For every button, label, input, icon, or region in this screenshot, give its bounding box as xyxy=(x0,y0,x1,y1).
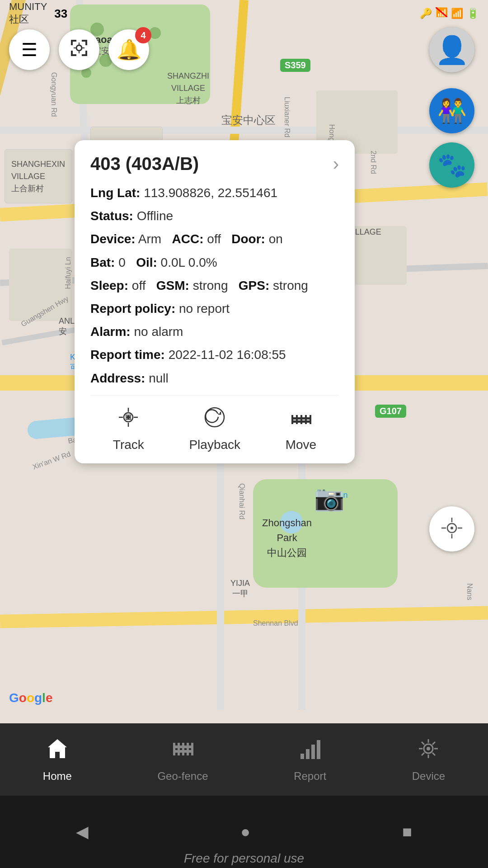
pet-button[interactable]: 🐾 xyxy=(429,142,474,188)
svg-rect-45 xyxy=(306,749,310,759)
device-label: Device: xyxy=(90,232,136,246)
my-location-button[interactable] xyxy=(429,506,474,552)
status-value: Offline xyxy=(137,209,173,223)
bat-value: 0 xyxy=(118,255,126,269)
profile-button[interactable]: 👤 xyxy=(429,27,474,72)
card-bat-row: Bat: 0 Oil: 0.0L 0.0% xyxy=(90,254,339,271)
device-value: Arm xyxy=(138,232,161,246)
alarm-value: no alarm xyxy=(134,325,183,339)
card-alarm-row: Alarm: no alarm xyxy=(90,323,339,340)
report-label: Report xyxy=(294,770,326,783)
report-icon xyxy=(298,736,322,766)
status-bar: MUNITY社区 33 🔑 📶 📶 🔋 xyxy=(0,0,488,27)
svg-rect-9 xyxy=(85,51,87,56)
pet-icon: 🐾 xyxy=(437,151,467,179)
svg-rect-43 xyxy=(173,750,193,753)
gsm-value: strong xyxy=(193,278,228,292)
svg-marker-36 xyxy=(48,739,67,758)
card-arrow[interactable]: › xyxy=(333,154,339,174)
nav-item-geofence[interactable]: Geo-fence xyxy=(157,736,208,783)
card-sleep-row: Sleep: off GSM: strong GPS: strong xyxy=(90,277,339,294)
sleep-value: off xyxy=(132,278,146,292)
fit-bounds-button[interactable] xyxy=(59,29,99,70)
people-button[interactable]: 👫 xyxy=(429,88,474,133)
location-crosshair-icon xyxy=(440,516,464,542)
svg-rect-7 xyxy=(71,51,73,56)
svg-rect-42 xyxy=(173,745,193,748)
playback-label: Playback xyxy=(189,438,240,452)
nav-item-home[interactable]: Home xyxy=(43,736,72,783)
alarm-label: Alarm: xyxy=(90,325,131,339)
svg-rect-3 xyxy=(71,40,73,45)
address-label: Address: xyxy=(90,371,145,385)
card-title: 403 (403A/B) xyxy=(90,154,199,174)
watermark: Free for personal use xyxy=(0,851,488,866)
lng-lat-value: 113.908826, 22.551461 xyxy=(144,186,277,200)
svg-rect-47 xyxy=(317,740,320,759)
card-divider xyxy=(90,395,339,396)
device-icon xyxy=(416,736,441,766)
card-report-time-row: Report time: 2022-11-02 16:08:55 xyxy=(90,346,339,363)
svg-point-16 xyxy=(450,527,453,529)
door-value: on xyxy=(269,232,283,246)
report-policy-label: Report policy: xyxy=(90,302,175,316)
hamburger-icon: ☰ xyxy=(21,39,38,60)
watermark-text: Free for personal use xyxy=(184,851,304,865)
notification-badge: 4 xyxy=(135,27,151,43)
bell-icon: 🔔 xyxy=(117,38,141,61)
move-button[interactable]: Move xyxy=(286,406,316,452)
battery-icon: 🔋 xyxy=(467,8,479,19)
profile-icon: 👤 xyxy=(435,34,469,66)
status-community-text: MUNITY社区 xyxy=(9,1,47,26)
home-icon xyxy=(45,736,70,766)
svg-rect-38 xyxy=(178,743,180,755)
nav-item-device[interactable]: Device xyxy=(412,736,445,783)
card-actions: Track Playback xyxy=(90,404,339,452)
nav-item-report[interactable]: Report xyxy=(294,736,326,783)
playback-button[interactable]: Playback xyxy=(189,406,240,452)
wifi-off-icon: 📶 xyxy=(436,7,447,20)
card-lng-lat-row: Lng Lat: 113.908826, 22.551461 xyxy=(90,184,339,202)
bottom-nav: Home Geo-fence Report xyxy=(0,723,488,796)
track-button[interactable]: Track xyxy=(113,406,144,452)
svg-rect-39 xyxy=(182,743,184,755)
svg-rect-35 xyxy=(291,420,311,423)
report-time-value: 2022-11-02 16:08:55 xyxy=(169,348,286,362)
gsm-label: GSM: xyxy=(156,278,189,292)
acc-value: off xyxy=(207,232,221,246)
svg-rect-44 xyxy=(300,754,304,759)
notification-button[interactable]: 🔔 4 xyxy=(108,29,149,70)
info-card: 403 (403A/B) › Lng Lat: 113.908826, 22.5… xyxy=(75,140,355,463)
svg-rect-37 xyxy=(173,743,175,755)
card-address-row: Address: null xyxy=(90,369,339,387)
address-value: null xyxy=(149,371,169,385)
home-label: Home xyxy=(43,770,72,783)
gps-value: strong xyxy=(273,278,308,292)
track-label: Track xyxy=(113,438,144,452)
map-marker-camera[interactable]: 📷 xyxy=(314,484,344,512)
svg-rect-5 xyxy=(85,40,87,45)
menu-button[interactable]: ☰ xyxy=(9,29,50,70)
recents-button[interactable]: ■ xyxy=(402,822,412,841)
geofence-icon xyxy=(170,736,195,766)
card-status-row: Status: Offline xyxy=(90,207,339,225)
geofence-label: Geo-fence xyxy=(157,770,208,783)
bat-label: Bat: xyxy=(90,255,115,269)
svg-point-22 xyxy=(127,415,130,419)
status-time: 33 xyxy=(54,7,67,21)
svg-point-10 xyxy=(76,45,82,51)
report-time-label: Report time: xyxy=(90,348,165,362)
move-icon xyxy=(290,406,312,433)
lng-lat-label: Lng Lat: xyxy=(90,186,140,200)
card-report-policy-row: Report policy: no report xyxy=(90,300,339,317)
move-label: Move xyxy=(286,438,316,452)
google-logo: Google xyxy=(9,691,52,705)
home-button[interactable]: ● xyxy=(240,822,250,841)
track-icon xyxy=(117,406,140,433)
playback-icon xyxy=(203,406,226,433)
acc-label: ACC: xyxy=(172,232,204,246)
device-label: Device xyxy=(412,770,445,783)
back-button[interactable]: ◀ xyxy=(76,822,89,841)
svg-rect-46 xyxy=(311,745,315,759)
fit-bounds-icon xyxy=(69,38,89,62)
